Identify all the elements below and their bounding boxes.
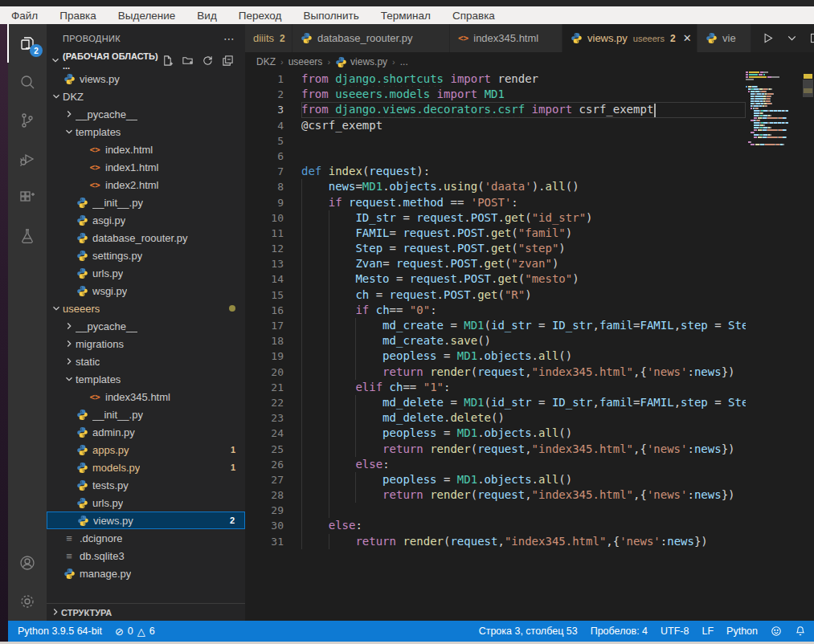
tree-item-index-html[interactable]: <>index.html [47,141,245,158]
line-number: 27 [245,472,301,487]
tree-item--dcignore[interactable]: ≡.dcignore [47,529,245,547]
problems-status[interactable]: ⊘ 0 △ 6 [115,626,155,638]
settings-icon[interactable] [8,582,47,621]
tree-item-label: database_roouter.py [92,232,188,244]
code-editor[interactable]: 1from django.shortcuts import render2fro… [245,71,814,611]
testing-icon[interactable] [8,217,47,255]
menu-2[interactable]: Правка [59,10,96,22]
tree-item-templates[interactable]: templates [47,123,245,141]
code-token: . [532,426,538,439]
tree-item-database-roouter-py[interactable]: database_roouter.py [47,229,245,247]
menu-8[interactable]: Справка [452,10,495,22]
breadcrumb-item[interactable]: views.py [350,56,387,67]
tree-item-manage-py[interactable]: manage.py [47,565,245,582]
tree-item--pycache-[interactable]: __pycache__ [47,105,245,123]
new-file-icon[interactable] [162,55,174,68]
extensions-icon[interactable] [8,178,47,217]
code-token: ) [552,257,558,270]
bell-icon[interactable] [795,626,806,637]
tree-item-index345-html[interactable]: <>index345.html [47,388,245,406]
explorer-icon[interactable]: 2 [7,24,47,63]
code-token: request [450,535,497,548]
sidebar-more-actions-icon[interactable]: ⋯ [223,32,235,45]
tree-item--pycache-[interactable]: __pycache__ [47,317,245,335]
close-icon[interactable]: ✕ [683,32,692,44]
tree-item--init-py[interactable]: __init__.py [47,406,245,423]
tree-item-index2-html[interactable]: <>index2.html [47,176,245,194]
tree-item-urls-py[interactable]: urls.py [47,264,245,282]
run-debug-icon[interactable] [8,140,47,178]
tree-item-apps-py[interactable]: apps.py1 [47,441,245,459]
python-version-status[interactable]: Python 3.9.5 64-bit [18,626,102,637]
code-token: "id_str" [532,211,586,224]
code-token: request [369,165,416,177]
breadcrumb-item[interactable]: useeers [288,56,323,67]
code-token: = [390,272,410,285]
run-dropdown-icon[interactable] [785,31,799,45]
tree-item-models-py[interactable]: models.py1 [47,459,245,476]
language-mode-status[interactable]: Python [726,626,758,637]
code-token: 'news' [647,488,688,501]
code-token: famil [599,319,633,332]
line-number: 9 [245,195,301,210]
source-control-icon[interactable] [8,101,47,140]
menu-5[interactable]: Переход [239,10,282,22]
tab-views-py[interactable]: views.pyuseeers2✕ [562,24,697,52]
tree-item-views-py[interactable]: views.py2 [47,512,245,529]
tree-item-urls-py[interactable]: urls.py [47,494,245,512]
tab-database-roouter-py[interactable]: database_roouter.py [292,24,450,52]
outline-section-header[interactable]: СТРУКТУРА [47,603,245,621]
tree-item-dkz[interactable]: DKZ [47,88,245,105]
code-token: }) [722,488,735,501]
eol-status[interactable]: LF [702,626,714,637]
cursor-position-status[interactable]: Строка 3, столбец 53 [479,626,578,637]
tree-item-db-sqlite3[interactable]: ≡db.sqlite3 [47,547,245,565]
line-number: 23 [245,410,301,426]
tree-item-tests-py[interactable]: tests.py [47,476,245,494]
tree-item--init-py[interactable]: __init__.py [47,194,245,211]
menu-1[interactable]: Файл [11,10,38,22]
breadcrumb-item[interactable]: DKZ [256,56,276,67]
menu-7[interactable]: Терминал [381,10,431,22]
tree-item-admin-py[interactable]: admin.py [47,423,245,441]
vertical-scrollbar[interactable] [803,79,813,97]
feedback-icon[interactable] [771,626,782,637]
code-token: render [430,365,471,378]
line-number: 12 [245,241,301,256]
search-icon[interactable] [8,63,47,101]
tree-item-views-py[interactable]: views.py [47,70,245,88]
code-token: 'news' [647,365,688,378]
code-token: . [477,257,484,270]
code-token: . [477,473,484,486]
workspace-section-header[interactable]: (РАБОЧАЯ ОБЛАСТЬ) ... [47,52,245,70]
tree-item-migrations[interactable]: migrations [47,335,245,353]
tree-item-useeers[interactable]: useeers [47,300,245,317]
code-token: request [349,196,396,209]
tab-label: index345.html [473,32,538,44]
indentation-status[interactable]: Пробелов: 4 [591,626,648,637]
tree-item-index1-html[interactable]: <>index1.html [47,158,245,176]
encoding-status[interactable]: UTF-8 [661,626,689,637]
tree-item-templates[interactable]: templates [47,370,245,388]
code-token: useeers.models [335,88,430,100]
tab-diiits[interactable]: diiits2 [245,24,292,52]
tree-item-static[interactable]: static [47,353,245,370]
run-icon[interactable] [761,31,775,45]
tree-item-settings-py[interactable]: settings.py [47,247,245,264]
breadcrumb-item[interactable]: ... [400,56,408,67]
tree-item-asgi-py[interactable]: asgi.py [47,211,245,229]
menu-3[interactable]: Выделение [118,10,176,22]
collapse-all-icon[interactable] [222,55,234,68]
code-token: . [477,349,484,362]
account-icon[interactable] [8,544,47,582]
tab-vie[interactable]: vie [697,24,751,52]
refresh-icon[interactable] [202,55,214,68]
split-editor-icon[interactable] [809,31,814,45]
menu-4[interactable]: Вид [197,10,216,22]
tree-item-wsgi-py[interactable]: wsgi.py [47,282,245,300]
menu-6[interactable]: Выполнить [303,10,358,22]
tab-index345-html[interactable]: <>index345.html [450,24,562,52]
minimap[interactable] [746,71,802,146]
new-folder-icon[interactable] [182,55,194,68]
problems-badge: 1 [231,445,235,454]
